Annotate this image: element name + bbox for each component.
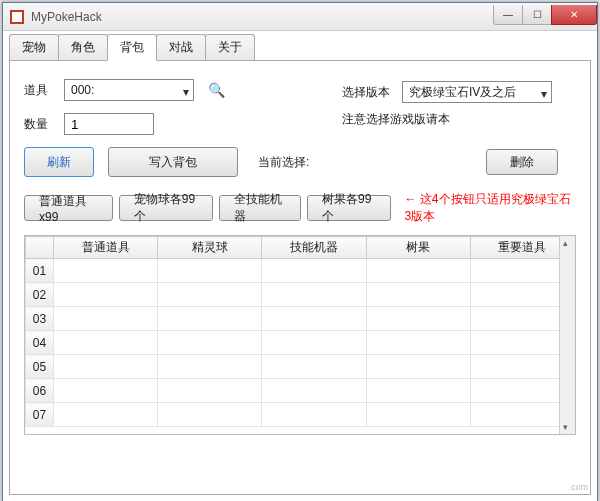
col-tms[interactable]: 技能机器 <box>262 237 366 259</box>
qty-input[interactable] <box>64 113 154 135</box>
minimize-button[interactable]: — <box>493 5 523 25</box>
maximize-button[interactable]: ☐ <box>522 5 552 25</box>
table-row: 06 <box>26 379 575 403</box>
table-row: 07 <box>26 403 575 427</box>
arrow-left-icon: ← <box>405 192 417 206</box>
col-rownum[interactable] <box>26 237 54 259</box>
qty-label: 数量 <box>24 116 64 133</box>
svg-rect-0 <box>11 11 23 23</box>
current-selection-label: 当前选择: <box>258 154 309 171</box>
preset-balls-99[interactable]: 宠物球各99个 <box>119 195 213 221</box>
tab-about[interactable]: 关于 <box>205 34 255 61</box>
col-berries[interactable]: 树果 <box>366 237 470 259</box>
vertical-scrollbar[interactable] <box>559 236 575 434</box>
item-label: 道具 <box>24 82 64 99</box>
version-select[interactable]: 究极绿宝石IV及之后 <box>402 81 552 103</box>
version-block: 选择版本 究极绿宝石IV及之后 注意选择游戏版请本 <box>342 81 572 136</box>
tab-pets[interactable]: 宠物 <box>9 34 59 61</box>
table-row: 03 <box>26 307 575 331</box>
preset-berries-99[interactable]: 树果各99个 <box>307 195 391 221</box>
table-row: 01 <box>26 259 575 283</box>
action-row: 刷新 写入背包 当前选择: 删除 <box>24 147 576 177</box>
titlebar: MyPokeHack — ☐ ✕ <box>3 3 597 31</box>
search-icon[interactable]: 🔍 <box>208 82 225 98</box>
watermark: .com <box>568 482 588 492</box>
table-body: 01 02 03 04 05 06 07 <box>26 259 575 427</box>
close-button[interactable]: ✕ <box>551 5 597 25</box>
table-row: 04 <box>26 331 575 355</box>
tab-strip: 宠物 角色 背包 对战 关于 <box>3 31 597 60</box>
window-controls: — ☐ ✕ <box>494 5 597 25</box>
bag-panel: 选择版本 究极绿宝石IV及之后 注意选择游戏版请本 道具 000: 🔍 数量 刷… <box>9 60 591 495</box>
tab-roles[interactable]: 角色 <box>58 34 108 61</box>
app-window: MyPokeHack — ☐ ✕ 宠物 角色 背包 对战 关于 选择版本 究极绿… <box>2 2 598 501</box>
col-normal[interactable]: 普通道具 <box>54 237 158 259</box>
window-title: MyPokeHack <box>31 10 102 24</box>
preset-normal-x99[interactable]: 普通道具x99 <box>24 195 113 221</box>
preset-row: 普通道具x99 宠物球各99个 全技能机器 树果各99个 ← 这4个按钮只适用究… <box>24 191 576 225</box>
refresh-button[interactable]: 刷新 <box>24 147 94 177</box>
preset-all-tms[interactable]: 全技能机器 <box>219 195 301 221</box>
delete-button[interactable]: 删除 <box>486 149 558 175</box>
inventory-table-wrap: 普通道具 精灵球 技能机器 树果 重要道具 01 02 03 04 05 06 … <box>24 235 576 435</box>
tab-battle[interactable]: 对战 <box>156 34 206 61</box>
col-balls[interactable]: 精灵球 <box>158 237 262 259</box>
table-row: 02 <box>26 283 575 307</box>
preset-note: ← 这4个按钮只适用究极绿宝石3版本 <box>405 191 577 225</box>
version-label: 选择版本 <box>342 84 402 101</box>
write-bag-button[interactable]: 写入背包 <box>108 147 238 177</box>
app-icon <box>9 9 25 25</box>
table-row: 05 <box>26 355 575 379</box>
version-note: 注意选择游戏版请本 <box>342 111 450 128</box>
tab-bag[interactable]: 背包 <box>107 34 157 61</box>
inventory-table: 普通道具 精灵球 技能机器 树果 重要道具 01 02 03 04 05 06 … <box>25 236 575 427</box>
item-select[interactable]: 000: <box>64 79 194 101</box>
